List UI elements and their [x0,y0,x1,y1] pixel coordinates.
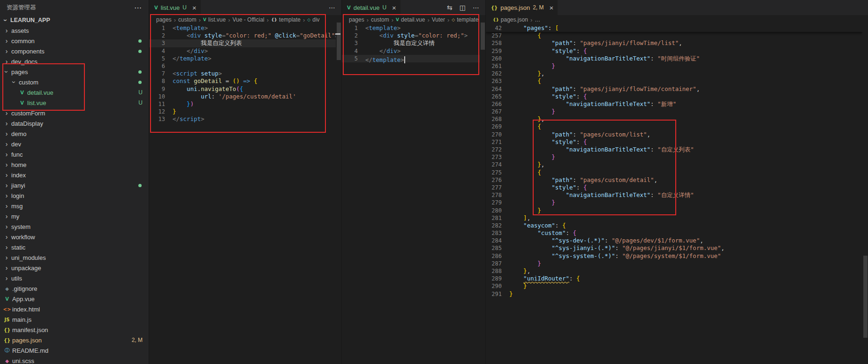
tree-item-my[interactable]: ›my [0,211,149,221]
code-editor[interactable]: 1<template>2 <div style="color: red;" @c… [149,24,336,364]
code-line-289[interactable]: 289 "uniIdRouter": { [486,275,862,282]
close-icon[interactable]: × [549,4,553,12]
code-line-280[interactable]: 280 } [486,207,862,214]
code-line-266[interactable]: 266 "navigationBarTitleText": "新增" [486,100,862,108]
tab-pages.json[interactable]: {}pages.json2, M× [486,0,558,15]
breadcrumb-item-pages[interactable]: pages [349,16,364,23]
breadcrumb-item-Vuter[interactable]: Vuter [432,16,445,23]
tree-item-README.md[interactable]: ⓘREADME.md [0,345,149,356]
breadcrumb-item-template[interactable]: ◇template [452,16,478,23]
code-line-269[interactable]: 269 { [486,123,862,130]
breadcrumb-item-div[interactable]: ◇div [307,16,319,23]
code-line-271[interactable]: 271 "style": { [486,138,862,146]
tree-item-dev_docs[interactable]: ›dev_docs [0,56,149,67]
scrollbar-slider[interactable] [481,23,485,50]
tree-item-uni_modules[interactable]: ›uni_modules [0,252,149,263]
code-editor[interactable]: 1<template>2 <div style="color: red;">3 … [342,24,480,364]
scrollbar-slider[interactable] [863,256,868,338]
code-editor[interactable]: 42 "pages": [257 {258 "path": "pages/jia… [486,24,862,364]
code-line-4[interactable]: 4 </div> [342,47,480,55]
code-line-260[interactable]: 260 "navigationBarTitleText": "时间组件验证" [486,55,862,62]
breadcrumb-item-list.vue[interactable]: Vlist.vue [203,16,226,23]
code-line-264[interactable]: 264 "path": "pages/jianyi/flowTime/conta… [486,85,862,93]
tree-item-uni.scss[interactable]: ◆uni.scss [0,356,149,364]
code-line-11[interactable]: 11 }) [149,100,336,108]
tree-item-msg[interactable]: ›msg [0,201,149,211]
code-line-262[interactable]: 262 }, [486,70,862,77]
breadcrumb-item-custom[interactable]: custom [178,16,196,23]
tree-item-components[interactable]: ›components [0,46,149,56]
code-line-2[interactable]: 2 <div style="color: red;" @click="goDet… [149,32,336,39]
code-line-265[interactable]: 265 "style": { [486,93,862,100]
tab-list.vue[interactable]: Vlist.vueU× [149,0,201,15]
tree-item-dataDisplay[interactable]: ›dataDisplay [0,118,149,129]
breadcrumb-item-custom[interactable]: custom [371,16,389,23]
sticky-scroll-line[interactable]: 42 "pages": [ [486,24,862,32]
code-line-257[interactable]: 257 { [486,32,862,39]
code-line-286[interactable]: 286 "^sys-system-(.*)": "@/pages/system/… [486,252,862,260]
tree-root-folder[interactable]: › LEARUN_APP [0,15,149,25]
code-line-6[interactable]: 6 [149,62,336,70]
tree-item-manifest.json[interactable]: {}manifest.json [0,325,149,335]
tree-item-dev[interactable]: ›dev [0,139,149,149]
tree-item-customForm[interactable]: ›customForm [0,108,149,118]
breadcrumb-item-Vue - Official[interactable]: Vue - Official [233,16,264,23]
tree-item-func[interactable]: ›func [0,149,149,159]
tree-item-home[interactable]: ›home [0,159,149,170]
split-editor-icon[interactable]: ◫ [460,4,466,11]
code-line-277[interactable]: 277 "style": { [486,184,862,191]
breadcrumb-item-…[interactable]: … [535,16,540,23]
scrollbar-slider[interactable] [337,23,341,60]
close-icon[interactable]: × [392,4,396,12]
open-changes-icon[interactable]: ⇆ [447,4,453,11]
code-line-290[interactable]: 290 } [486,282,862,290]
tree-item-static[interactable]: ›static [0,242,149,252]
tree-item-workflow[interactable]: ›workflow [0,232,149,242]
code-line-4[interactable]: 4 </div> [149,47,336,55]
tab-detail.vue[interactable]: Vdetail.vueU× [342,0,400,15]
code-line-288[interactable]: 288 }, [486,267,862,275]
more-actions-icon[interactable]: ⋯ [473,4,479,11]
code-line-272[interactable]: 272 "navigationBarTitleText": "自定义列表" [486,146,862,153]
code-line-5[interactable]: 5</template> [149,55,336,62]
tree-item-common[interactable]: ›common [0,36,149,46]
code-line-261[interactable]: 261 } [486,62,862,70]
code-line-287[interactable]: 287 } [486,260,862,267]
tree-item-unpackage[interactable]: ›unpackage [0,263,149,273]
tree-item-jianyi[interactable]: ›jianyi [0,180,149,190]
code-line-2[interactable]: 2 <div style="color: red;"> [342,32,480,39]
tree-item-custom[interactable]: ›custom [0,77,149,87]
code-line-278[interactable]: 278 "navigationBarTitleText": "自定义详情" [486,191,862,199]
code-line-3[interactable]: 3 我是自定义详情 [342,39,480,47]
code-line-291[interactable]: 291} [486,290,862,298]
code-line-274[interactable]: 274 }, [486,161,862,168]
code-line-13[interactable]: 13</script> [149,115,336,123]
close-icon[interactable]: × [192,4,196,12]
code-line-9[interactable]: 9 uni.navigateTo({ [149,85,336,93]
code-line-1[interactable]: 1<template> [342,24,480,32]
code-line-284[interactable]: 284 "^sys-dev-(.*)": "@/pages/dev/$1/for… [486,237,862,244]
code-line-268[interactable]: 268 }, [486,115,862,123]
tree-item-login[interactable]: ›login [0,190,149,201]
code-line-5[interactable]: 5</template> [342,55,480,62]
code-line-279[interactable]: 279 } [486,199,862,206]
code-line-258[interactable]: 258 "path": "pages/jianyi/flowTime/list"… [486,39,862,47]
code-line-267[interactable]: 267 } [486,108,862,115]
tree-item-demo[interactable]: ›demo [0,129,149,139]
code-line-273[interactable]: 273 } [486,153,862,161]
code-line-10[interactable]: 10 url: '/pages/custom/detail' [149,93,336,100]
breadcrumb-item-pages.json[interactable]: {}pages.json [493,16,528,23]
code-line-270[interactable]: 270 "path": "pages/custom/list", [486,131,862,138]
tree-item-pages.json[interactable]: {}pages.json2, M [0,335,149,345]
tree-item-index.html[interactable]: <>index.html [0,304,149,314]
tree-item-assets[interactable]: ›assets [0,25,149,36]
tree-item-list.vue[interactable]: Vlist.vueU [0,98,149,108]
code-line-7[interactable]: 7<script setup> [149,70,336,77]
code-line-8[interactable]: 8const goDetail = () => { [149,77,336,85]
code-line-281[interactable]: 281 ], [486,214,862,222]
tree-item-App.vue[interactable]: VApp.vue [0,294,149,304]
code-line-285[interactable]: 285 "^sys-jianyi-(.*)": "@/pages/jianyi/… [486,244,862,252]
tree-item-system[interactable]: ›system [0,221,149,232]
explorer-more-actions-icon[interactable]: ⋯ [134,3,142,12]
tree-item-pages[interactable]: ›pages [0,67,149,77]
